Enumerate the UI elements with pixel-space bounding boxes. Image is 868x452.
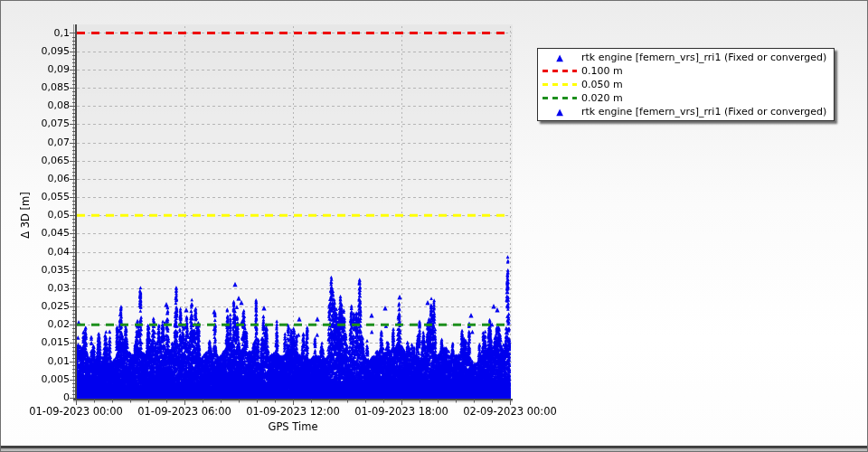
x-tick-label: 01-09-2023 18:00 [354, 405, 448, 418]
dashed-line-icon [542, 70, 577, 72]
chart-window: 0,10,0950,090,0850,080,0750,070,0650,060… [0, 0, 868, 452]
y-axis-tick-labels: 0,10,0950,090,0850,080,0750,070,0650,060… [1, 1, 70, 417]
y-tick-label: 0,05 [48, 209, 71, 221]
x-tick-label: 01-09-2023 00:00 [29, 405, 123, 418]
y-tick-label: 0,065 [42, 155, 71, 166]
x-tick-label: 01-09-2023 12:00 [246, 405, 340, 418]
legend-item-label: 0.050 m [581, 79, 623, 90]
y-tick-label: 0,08 [48, 99, 71, 111]
legend-swatch [538, 83, 581, 86]
x-tick-label: 02-09-2023 00:00 [463, 405, 557, 418]
y-tick-label: 0,075 [42, 118, 71, 129]
y-tick-label: 0,015 [42, 336, 71, 348]
y-tick-label: 0,005 [42, 373, 71, 385]
y-tick-label: 0,055 [42, 191, 71, 202]
legend-item[interactable]: ▲rtk engine [femern_vrs]_rri1 (Fixed or … [538, 105, 826, 118]
y-tick-label: 0,085 [42, 81, 71, 93]
legend-item-label: rtk engine [femern_vrs]_rri1 (Fixed or c… [581, 106, 826, 118]
y-tick-label: 0,045 [42, 227, 71, 239]
y-tick-label: 0,06 [48, 173, 71, 184]
legend-box: ▲rtk engine [femern_vrs]_rri1 (Fixed or … [537, 48, 835, 121]
y-tick-label: 0,1 [54, 27, 71, 39]
y-tick-label: 0,01 [48, 355, 71, 367]
legend-swatch: ▲ [538, 53, 581, 62]
legend-item[interactable]: ▲rtk engine [femern_vrs]_rri1 (Fixed or … [538, 51, 826, 64]
x-tick-label: 01-09-2023 06:00 [137, 405, 231, 418]
y-tick-label: 0,07 [48, 137, 71, 148]
window-bottom-edge [1, 445, 867, 451]
legend-swatch: ▲ [538, 108, 581, 117]
legend-swatch [538, 70, 581, 72]
legend-item[interactable]: 0.020 m [538, 91, 826, 105]
y-tick-label: 0,035 [42, 264, 71, 276]
y-tick-label: 0,025 [42, 300, 71, 312]
legend-swatch [538, 97, 581, 99]
legend-item-label: rtk engine [femern_vrs]_rri1 (Fixed or c… [581, 52, 826, 63]
triangle-marker-icon: ▲ [556, 108, 563, 117]
y-tick-label: 0,02 [48, 318, 71, 330]
legend-item[interactable]: 0.100 m [538, 64, 826, 78]
dashed-line-icon [542, 97, 577, 99]
legend-item-label: 0.100 m [581, 65, 623, 77]
y-tick-label: 0,04 [48, 246, 71, 258]
y-tick-label: 0 [63, 391, 70, 403]
x-axis-title: GPS Time [269, 420, 318, 433]
dashed-line-icon [542, 83, 577, 86]
legend-item-label: 0.020 m [581, 92, 623, 104]
y-tick-label: 0,03 [48, 282, 71, 294]
y-tick-label: 0,095 [42, 45, 71, 57]
triangle-marker-icon: ▲ [556, 53, 563, 62]
legend-item[interactable]: 0.050 m [538, 78, 826, 91]
y-axis-title: Δ 3D [m] [19, 192, 32, 239]
y-tick-label: 0,09 [48, 63, 71, 75]
